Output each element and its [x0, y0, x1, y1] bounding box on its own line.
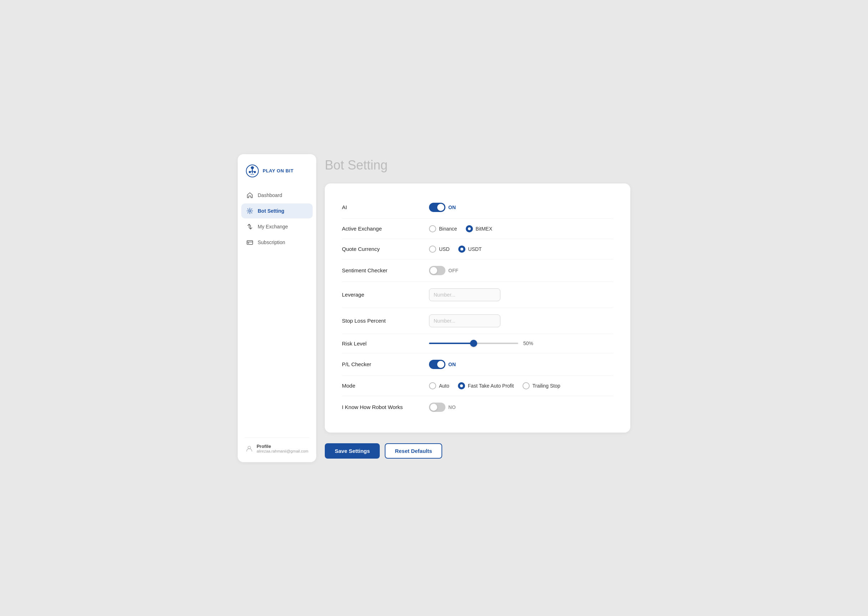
sidebar-item-bot-setting[interactable]: Bot Setting — [241, 203, 313, 218]
leverage-row: Leverage X — [342, 282, 613, 308]
pl-toggle-thumb — [437, 361, 444, 368]
radio-binance[interactable]: Binance — [429, 225, 457, 233]
card-icon — [246, 239, 253, 246]
gear-icon — [246, 207, 253, 214]
radio-usdt[interactable]: USDT — [458, 245, 482, 253]
leverage-input[interactable] — [429, 289, 500, 301]
pl-toggle-track — [429, 360, 445, 369]
risk-level-control: 50% — [429, 341, 613, 346]
sentiment-toggle-wrap[interactable]: OFF — [429, 266, 458, 275]
sidebar-item-my-exchange[interactable]: My Exchange — [241, 219, 313, 234]
mode-radio-group: Auto Fast Take Auto Profit Trailing Stop — [429, 382, 560, 390]
active-exchange-row: Active Exchange Binance BitMEX — [342, 219, 613, 239]
profile-email: alirezaa.rahmanii@gmail.com — [256, 449, 308, 453]
quote-currency-control: USD USDT — [429, 245, 613, 253]
pl-checker-row: P/L Checker ON — [342, 353, 613, 376]
dashboard-label: Dashboard — [258, 192, 282, 198]
bot-setting-label: Bot Setting — [258, 208, 285, 214]
stop-loss-control: % — [429, 314, 613, 327]
svg-point-1 — [251, 166, 254, 169]
radio-usd-label: USD — [439, 246, 450, 252]
sidebar-profile: Profile alirezaa.rahmanii@gmail.com — [238, 444, 316, 454]
radio-usdt-circle — [458, 245, 465, 253]
radio-binance-circle — [429, 225, 436, 233]
radio-fast-take-circle — [458, 382, 465, 390]
pl-checker-label: P/L Checker — [342, 361, 420, 367]
leverage-input-wrap: X — [429, 288, 500, 301]
radio-auto-circle — [429, 382, 436, 390]
radio-usd[interactable]: USD — [429, 245, 450, 253]
exchange-icon — [246, 223, 253, 230]
radio-trailing-stop[interactable]: Trailing Stop — [522, 382, 560, 390]
active-exchange-control: Binance BitMEX — [429, 225, 613, 233]
risk-level-label: Risk Level — [342, 341, 420, 347]
mode-control: Auto Fast Take Auto Profit Trailing Stop — [429, 382, 613, 390]
reset-button[interactable]: Reset Defaults — [385, 443, 442, 459]
pl-toggle-wrap[interactable]: ON — [429, 360, 456, 369]
sidebar: PLAY ON BIT Dashboard — [238, 154, 316, 462]
ai-row: AI ON — [342, 196, 613, 219]
robot-works-control: NO — [429, 402, 613, 412]
radio-trailing-stop-label: Trailing Stop — [533, 383, 560, 389]
active-exchange-label: Active Exchange — [342, 226, 420, 232]
sentiment-checker-label: Sentiment Checker — [342, 267, 420, 273]
sentiment-toggle[interactable] — [429, 266, 445, 275]
pl-toggle[interactable] — [429, 360, 445, 369]
leverage-label: Leverage — [342, 292, 420, 298]
ai-toggle-thumb — [437, 204, 444, 211]
logo-text: PLAY ON BIT — [263, 168, 293, 173]
radio-fast-take-label: Fast Take Auto Profit — [468, 383, 514, 389]
stop-loss-input[interactable] — [429, 315, 500, 327]
mode-label: Mode — [342, 383, 420, 389]
risk-level-value: 50% — [523, 341, 536, 346]
app-container: PLAY ON BIT Dashboard — [238, 154, 630, 462]
svg-rect-10 — [248, 243, 249, 244]
sentiment-toggle-track — [429, 266, 445, 275]
leverage-control: X — [429, 288, 613, 301]
robot-toggle-wrap[interactable]: NO — [429, 402, 456, 412]
radio-binance-label: Binance — [439, 226, 457, 232]
profile-name: Profile — [256, 444, 308, 449]
robot-works-label: I Know How Robot Works — [342, 404, 420, 410]
save-button[interactable]: Save Settings — [325, 443, 380, 459]
sidebar-nav: Dashboard Bot Setting M — [238, 188, 316, 432]
buttons-row: Save Settings Reset Defaults — [325, 443, 630, 459]
profile-info: Profile alirezaa.rahmanii@gmail.com — [256, 444, 308, 453]
home-icon — [246, 192, 253, 199]
subscription-label: Subscription — [258, 239, 285, 245]
ai-toggle-label: ON — [448, 204, 456, 210]
sentiment-toggle-label: OFF — [448, 268, 458, 273]
stop-loss-row: Stop Loss Percent % — [342, 308, 613, 334]
robot-works-row: I Know How Robot Works NO — [342, 396, 613, 418]
radio-auto-label: Auto — [439, 383, 449, 389]
robot-toggle[interactable] — [429, 402, 445, 412]
ai-toggle-track — [429, 203, 445, 212]
robot-toggle-label: NO — [448, 404, 456, 410]
sentiment-checker-row: Sentiment Checker OFF — [342, 259, 613, 282]
pl-checker-control: ON — [429, 360, 613, 369]
radio-usdt-label: USDT — [468, 246, 482, 252]
radio-bitmex-label: BitMEX — [476, 226, 492, 232]
ai-toggle[interactable] — [429, 203, 445, 212]
active-exchange-radio-group: Binance BitMEX — [429, 225, 492, 233]
main-content: Bot Setting AI ON — [325, 154, 630, 462]
risk-level-slider[interactable] — [429, 343, 518, 344]
radio-bitmex[interactable]: BitMEX — [466, 225, 492, 233]
svg-point-7 — [249, 210, 251, 212]
stop-loss-label: Stop Loss Percent — [342, 317, 420, 324]
quote-currency-row: Quote Currency USD USDT — [342, 239, 613, 259]
radio-fast-take[interactable]: Fast Take Auto Profit — [458, 382, 514, 390]
quote-currency-radio-group: USD USDT — [429, 245, 482, 253]
sidebar-item-subscription[interactable]: Subscription — [241, 235, 313, 250]
pl-toggle-label: ON — [448, 361, 456, 367]
svg-rect-8 — [247, 240, 253, 245]
sidebar-logo: PLAY ON BIT — [238, 164, 316, 188]
quote-currency-label: Quote Currency — [342, 246, 420, 252]
mode-row: Mode Auto Fast Take Auto Profit — [342, 376, 613, 396]
stop-loss-input-wrap: % — [429, 314, 500, 327]
ai-toggle-wrap[interactable]: ON — [429, 203, 456, 212]
radio-auto[interactable]: Auto — [429, 382, 449, 390]
sentiment-toggle-thumb — [430, 267, 437, 274]
radio-usd-circle — [429, 245, 436, 253]
sidebar-item-dashboard[interactable]: Dashboard — [241, 188, 313, 203]
